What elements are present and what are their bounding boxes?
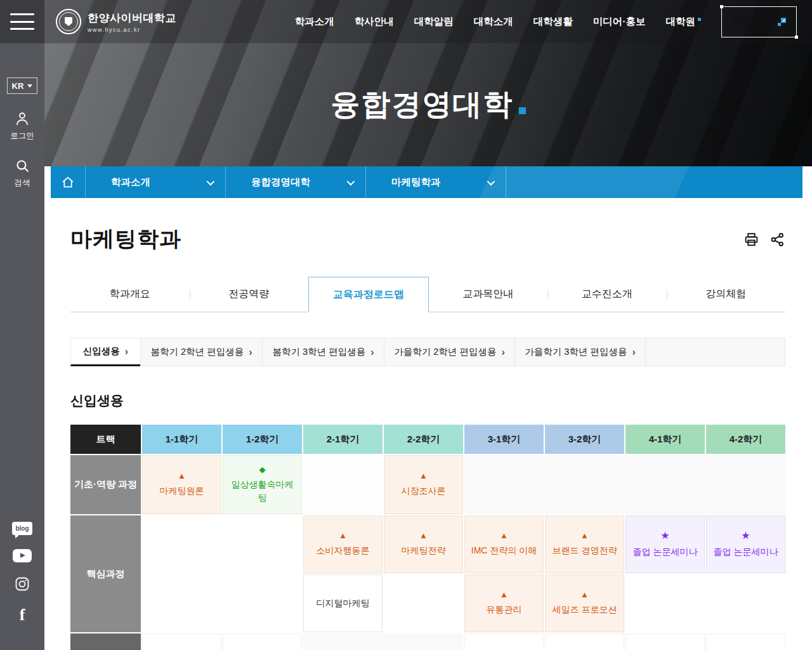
semester-header: 1-2학기 [223, 425, 302, 454]
empty-cell [625, 574, 705, 632]
tab-major-competency[interactable]: 전공역량 [190, 277, 309, 312]
facebook-icon[interactable]: f [20, 606, 25, 625]
chevron-down-icon [207, 177, 215, 185]
triangle-icon: ▲ [500, 531, 508, 540]
breadcrumb-college[interactable]: 융합경영대학 [226, 166, 366, 198]
course-cell: ★ 졸업 논문세미나 [706, 515, 785, 573]
print-icon [743, 232, 759, 248]
empty-cell [706, 574, 785, 632]
track-label [70, 633, 141, 650]
department-tabs: 학과개요 전공역량 교육과정로드맵 교과목안내 교수진소개 강의체험 [70, 277, 785, 312]
social-links: blog f [0, 522, 44, 625]
nav-item-campus-life[interactable]: 대학생활 [534, 15, 573, 29]
youtube-icon[interactable] [13, 549, 32, 562]
breadcrumb-departments[interactable]: 학과소개 [86, 166, 226, 198]
nav-item-media[interactable]: 미디어·홍보 [593, 15, 646, 29]
share-button[interactable] [769, 232, 785, 248]
subtab-filler [645, 338, 785, 366]
tab-lecture-trial[interactable]: 강의체험 [667, 277, 786, 312]
title-accent-square [519, 107, 526, 114]
tab-overview[interactable]: 학과개요 [70, 277, 190, 312]
graduate-badge-icon [698, 18, 701, 21]
empty-cell [625, 633, 705, 650]
chevron-right-icon: › [125, 347, 128, 357]
tab-curriculum-roadmap[interactable]: 교육과정로드맵 [308, 277, 429, 312]
roadmap-row-next [70, 633, 785, 650]
subtab-spring-2nd-transfer[interactable]: 봄학기 2학년 편입생용› [140, 338, 263, 366]
course-cell: ▲ 브랜드 경영전략 [545, 515, 624, 573]
empty-cell [464, 455, 785, 514]
top-navigation-bar: 한양사이버대학교 www.hycu.ac.kr 학과소개 학사안내 대학알림 대… [44, 0, 812, 43]
hero-banner: 한양사이버대학교 www.hycu.ac.kr 학과소개 학사안내 대학알림 대… [44, 0, 812, 166]
home-icon [61, 175, 75, 189]
breadcrumb-department[interactable]: 마케팅학과 [366, 166, 506, 198]
course-cell: ◆ 일상생활속마케팅 [223, 455, 302, 514]
chevron-right-icon: › [501, 347, 504, 357]
track-label: 기초·역량 과정 [70, 455, 141, 514]
share-icon [769, 232, 785, 248]
tab-courses[interactable]: 교과목안내 [429, 277, 548, 312]
triangle-icon: ▲ [178, 472, 186, 480]
nav-item-graduate-school[interactable]: 대학원 [666, 15, 702, 29]
left-sidebar: KR 로그인 검색 blog f [0, 0, 44, 650]
semester-header: 3-2학기 [545, 425, 624, 454]
subtab-fall-2nd-transfer[interactable]: 가을학기 2학년 편입생용› [384, 338, 515, 366]
course-cell: ▲ 마케팅전략 [384, 515, 463, 573]
admissions-label: 입학지원 [732, 15, 773, 29]
home-button[interactable] [51, 166, 86, 198]
blog-icon[interactable]: blog [12, 522, 32, 535]
logo-title: 한양사이버대학교 [88, 11, 176, 25]
triangle-icon: ▲ [580, 531, 589, 540]
course-cell: ▲ IMC 전략의 이해 [464, 515, 544, 573]
search-button[interactable]: 검색 [0, 158, 44, 189]
blog-label: blog [12, 522, 32, 535]
roadmap-row-core: 핵심과정 ▲ 소비자행동론 ▲ 마케팅전략 ▲ IMC 전략의 이해 ▲ [70, 515, 785, 632]
instagram-icon[interactable] [15, 576, 30, 592]
search-label: 검색 [15, 178, 30, 189]
subtab-freshmen[interactable]: 신입생용› [70, 338, 141, 366]
sidebar-top [0, 0, 44, 43]
nav-item-academics[interactable]: 학사안내 [355, 15, 394, 29]
nav-item-departments[interactable]: 학과소개 [295, 15, 334, 29]
track-label: 핵심과정 [70, 515, 141, 632]
empty-cell [142, 574, 221, 632]
section-title: 신입생용 [70, 392, 785, 409]
empty-cell [384, 574, 463, 632]
track-header-cell: 트랙 [70, 425, 141, 454]
semester-header: 1-1학기 [142, 425, 221, 454]
external-link-icon [778, 18, 786, 26]
nav-item-about[interactable]: 대학소개 [474, 15, 513, 29]
empty-cell [303, 633, 463, 650]
course-cell: ▲ 세일즈 프로모션 [545, 574, 624, 632]
university-emblem-icon [56, 9, 81, 34]
tab-faculty[interactable]: 교수진소개 [547, 277, 667, 312]
search-icon [15, 158, 30, 174]
empty-cell [223, 574, 302, 632]
subtab-fall-3rd-transfer[interactable]: 가을학기 3학년 편입생용› [514, 338, 646, 366]
empty-cell [142, 633, 221, 650]
hamburger-menu-icon[interactable] [10, 13, 34, 30]
university-logo[interactable]: 한양사이버대학교 www.hycu.ac.kr [56, 9, 176, 34]
empty-cell [142, 515, 221, 573]
subtab-spring-3rd-transfer[interactable]: 봄학기 3학년 편입생용› [262, 338, 384, 366]
chevron-right-icon: › [370, 347, 374, 357]
course-cell: ★ 졸업 논문세미나 [625, 515, 705, 573]
triangle-icon: ▲ [580, 590, 589, 599]
course-cell: ▲ 유통관리 [464, 574, 544, 632]
page-content: 마케팅학과 학과개요 전공역량 교육과정로드맵 교과목 [44, 225, 785, 650]
language-selector[interactable]: KR [7, 77, 37, 94]
logo-url: www.hycu.ac.kr [88, 27, 176, 33]
print-button[interactable] [743, 232, 759, 248]
nav-item-news[interactable]: 대학알림 [414, 15, 454, 29]
chevron-right-icon: › [632, 347, 635, 357]
login-button[interactable]: 로그인 [0, 110, 44, 142]
semester-header: 4-2학기 [706, 425, 785, 454]
roadmap-row-basic: 기초·역량 과정 ▲ 마케팅원론 ◆ 일상생활속마케팅 ▲ 시장조사론 [70, 455, 785, 514]
nav-item-admissions[interactable]: 입학지원 [721, 6, 797, 37]
empty-cell [223, 633, 302, 650]
curriculum-roadmap-table: 트랙 1-1학기 1-2학기 2-1학기 2-2학기 3-1학기 3-2학기 4… [70, 425, 785, 650]
semester-header: 3-1학기 [464, 425, 544, 454]
empty-cell [303, 455, 383, 514]
global-nav: 학과소개 학사안내 대학알림 대학소개 대학생활 미디어·홍보 대학원 입학지원 [295, 6, 797, 37]
chevron-down-icon [487, 177, 495, 185]
